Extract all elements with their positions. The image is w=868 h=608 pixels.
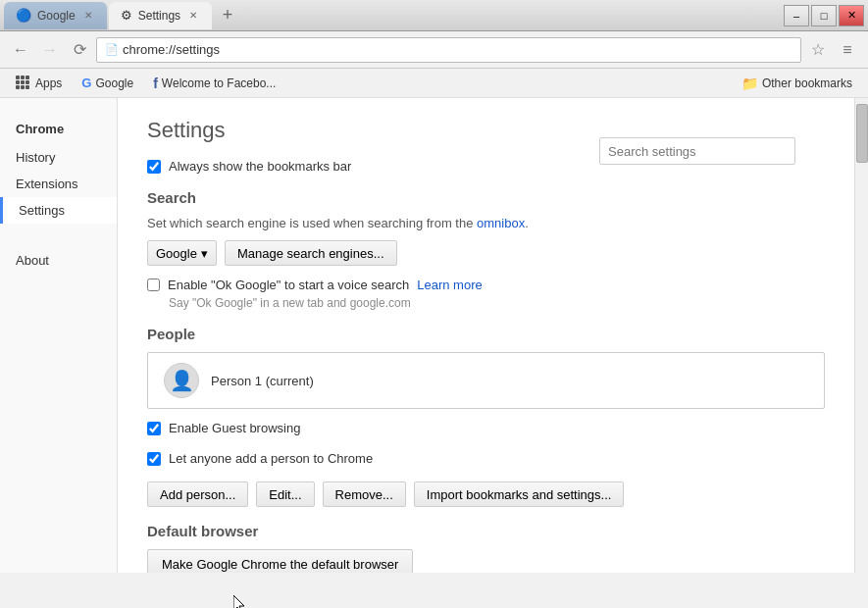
google-bookmark[interactable]: G Google — [74, 74, 141, 92]
import-bookmarks-button[interactable]: Import bookmarks and settings... — [414, 481, 625, 507]
search-desc-prefix: Set which search engine is used when sea… — [147, 216, 477, 230]
close-button[interactable]: ✕ — [839, 5, 864, 26]
facebook-bookmark[interactable]: f Welcome to Facebo... — [145, 74, 283, 93]
settings-tab[interactable]: ⚙ Settings ✕ — [109, 2, 212, 29]
search-section-heading: Search — [147, 189, 825, 206]
address-input[interactable] — [123, 42, 792, 57]
remove-person-button[interactable]: Remove... — [323, 481, 406, 507]
google-tab-label: Google — [37, 9, 76, 23]
other-bookmarks[interactable]: 📁 Other bookmarks — [734, 74, 860, 93]
add-person-button[interactable]: Add person... — [147, 481, 248, 507]
voice-search-row: Enable "Ok Google" to start a voice sear… — [147, 278, 825, 292]
window-controls: – □ ✕ — [784, 5, 864, 26]
sidebar-history-label: History — [16, 150, 55, 165]
google-icon: G — [81, 76, 91, 90]
scrollbar[interactable] — [854, 98, 868, 573]
person-box: 👤 Person 1 (current) — [147, 352, 825, 409]
folder-icon: 📁 — [741, 76, 758, 91]
always-show-bookmarks-checkbox[interactable] — [147, 160, 161, 174]
sidebar: Chrome History Extensions Settings About — [0, 98, 118, 573]
apps-bookmark[interactable]: Apps — [8, 74, 70, 93]
manage-search-engines-button[interactable]: Manage search engines... — [225, 240, 397, 266]
edit-person-button[interactable]: Edit... — [256, 481, 314, 507]
add-person-checkbox[interactable] — [147, 452, 161, 466]
sidebar-extensions-label: Extensions — [16, 177, 78, 191]
search-engine-dropdown[interactable]: Google ▾ — [147, 240, 217, 266]
sidebar-item-about[interactable]: About — [0, 247, 117, 274]
address-bar: ← → ⟳ 📄 ☆ ≡ — [0, 31, 868, 69]
sidebar-item-history[interactable]: History — [0, 144, 117, 171]
person-avatar: 👤 — [164, 363, 199, 398]
dropdown-chevron-icon: ▾ — [201, 246, 208, 261]
current-engine-label: Google — [156, 246, 197, 261]
star-button[interactable]: ☆ — [805, 37, 831, 63]
guest-browsing-label: Enable Guest browsing — [169, 421, 300, 435]
google-bookmark-label: Google — [95, 76, 133, 90]
main-area: Chrome History Extensions Settings About… — [0, 98, 868, 573]
apps-label: Apps — [35, 76, 62, 90]
make-default-browser-button[interactable]: Make Google Chrome the default browser — [147, 549, 413, 573]
forward-button[interactable]: → — [37, 37, 63, 63]
maximize-button[interactable]: □ — [811, 5, 837, 26]
page-header: Settings — [147, 118, 825, 159]
voice-search-hint: Say "Ok Google" in a new tab and google.… — [169, 296, 825, 310]
sidebar-item-extensions[interactable]: Extensions — [0, 171, 117, 197]
default-browser-section: Make Google Chrome the default browser G… — [147, 549, 825, 573]
browser-name: Chrome — [0, 114, 117, 144]
voice-search-label: Enable "Ok Google" to start a voice sear… — [168, 278, 409, 292]
default-browser-heading: Default browser — [147, 523, 825, 539]
google-tab-icon: 🔵 — [16, 8, 31, 23]
minimize-button[interactable]: – — [784, 5, 809, 26]
facebook-bookmark-label: Welcome to Facebo... — [162, 76, 277, 90]
content-area: Settings Always show the bookmarks bar S… — [118, 98, 854, 573]
facebook-icon: f — [153, 76, 158, 91]
sidebar-settings-label: Settings — [19, 203, 65, 218]
back-button[interactable]: ← — [8, 37, 33, 63]
google-tab-close[interactable]: ✕ — [81, 9, 95, 23]
address-input-wrapper[interactable]: 📄 — [96, 37, 801, 63]
new-tab-button[interactable]: + — [214, 4, 241, 27]
page-icon: 📄 — [105, 43, 119, 56]
guest-browsing-checkbox[interactable] — [147, 422, 161, 435]
add-person-label: Let anyone add a person to Chrome — [169, 451, 373, 466]
bookmarks-bar: Apps G Google f Welcome to Facebo... 📁 O… — [0, 69, 868, 98]
learn-more-link[interactable]: Learn more — [417, 278, 482, 292]
apps-icon — [16, 76, 31, 91]
page-title: Settings — [147, 118, 226, 143]
other-bookmarks-label: Other bookmarks — [762, 76, 852, 90]
people-buttons: Add person... Edit... Remove... Import b… — [147, 481, 825, 507]
settings-tab-icon: ⚙ — [121, 8, 132, 23]
settings-tab-label: Settings — [138, 9, 180, 23]
search-desc-suffix: . — [525, 216, 529, 230]
search-section-desc: Set which search engine is used when sea… — [147, 216, 825, 230]
settings-tab-close[interactable]: ✕ — [186, 9, 200, 23]
always-show-bookmarks-label: Always show the bookmarks bar — [169, 159, 351, 174]
refresh-button[interactable]: ⟳ — [67, 37, 92, 63]
voice-search-checkbox[interactable] — [147, 279, 160, 291]
guest-browsing-row: Enable Guest browsing — [147, 421, 825, 435]
sidebar-item-settings[interactable]: Settings — [0, 197, 117, 224]
person-name: Person 1 (current) — [211, 374, 314, 388]
add-person-row: Let anyone add a person to Chrome — [147, 451, 825, 466]
menu-button[interactable]: ≡ — [835, 37, 860, 63]
search-engine-row: Google ▾ Manage search engines... — [147, 240, 825, 266]
omnibox-link[interactable]: omnibox — [477, 216, 525, 230]
sidebar-about-label: About — [16, 253, 49, 268]
title-bar: 🔵 Google ✕ ⚙ Settings ✕ + – □ ✕ — [0, 0, 868, 31]
scroll-thumb[interactable] — [856, 104, 868, 163]
search-settings-input[interactable] — [599, 137, 795, 165]
google-tab[interactable]: 🔵 Google ✕ — [4, 2, 107, 29]
people-section-heading: People — [147, 326, 825, 342]
